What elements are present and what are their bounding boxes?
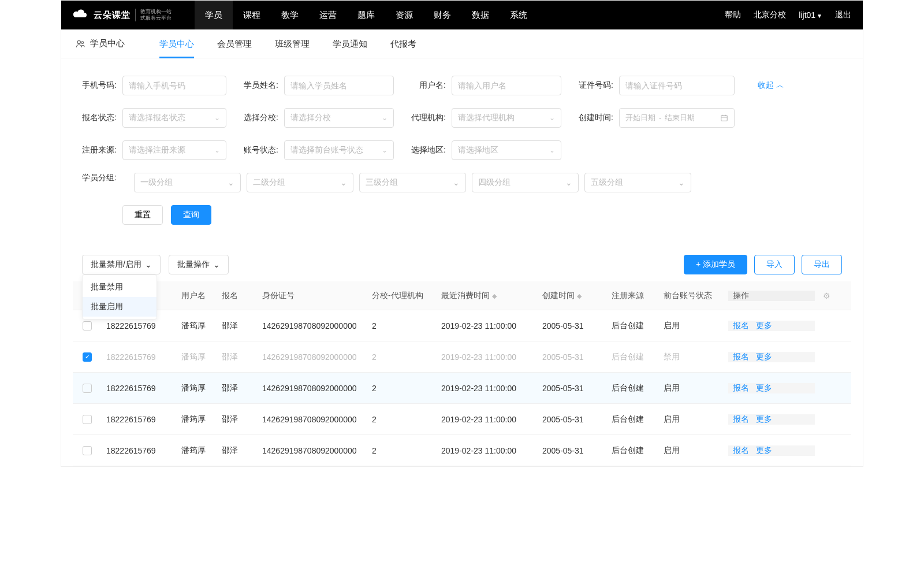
chevron-down-icon: ⌄ xyxy=(228,178,234,187)
topnav-item-5[interactable]: 资源 xyxy=(385,1,423,29)
group-select-4[interactable]: 四级分组⌄ xyxy=(472,173,579,192)
students-table: 用户名 报名 身份证号 分校-代理机构 最近消费时间◆ 创建时间◆ 注册来源 前… xyxy=(73,281,851,466)
add-student-button[interactable]: + 添加学员 xyxy=(684,255,747,274)
cell-branch: 2 xyxy=(367,384,437,393)
chevron-down-icon: ⌄ xyxy=(382,114,388,122)
calendar-icon xyxy=(720,114,728,122)
subnav-item-1[interactable]: 会员管理 xyxy=(217,29,252,58)
row-checkbox[interactable] xyxy=(83,384,92,393)
filter-form: 手机号码: 学员姓名: 用户名: 证件号码: 收起︿ 报名状态:请选择报名状态⌄… xyxy=(61,58,863,243)
import-button[interactable]: 导入 xyxy=(754,255,795,274)
row-reg-link[interactable]: 报名 xyxy=(733,383,749,392)
th-reg[interactable]: 报名 xyxy=(217,291,258,301)
cell-source: 后台创建 xyxy=(607,383,659,393)
th-branch[interactable]: 分校-代理机构 xyxy=(367,291,437,301)
phone-input[interactable] xyxy=(122,76,226,95)
cell-phone: 18222615769 xyxy=(102,352,177,362)
topnav-item-4[interactable]: 题库 xyxy=(347,1,385,29)
th-consume[interactable]: 最近消费时间◆ xyxy=(437,291,538,301)
row-checkbox[interactable]: ✓ xyxy=(83,352,92,362)
reg-source-label: 注册来源: xyxy=(82,145,117,155)
chevron-up-icon: ︿ xyxy=(776,80,784,91)
user-menu[interactable]: lijt01▼ xyxy=(799,10,822,20)
help-link[interactable]: 帮助 xyxy=(725,10,741,20)
cell-action: 报名更多 xyxy=(728,352,815,362)
topnav-item-7[interactable]: 数据 xyxy=(461,1,500,29)
th-status[interactable]: 前台账号状态 xyxy=(659,291,728,301)
cell-branch: 2 xyxy=(367,352,437,362)
logout-link[interactable]: 退出 xyxy=(835,10,851,20)
reset-button[interactable]: 重置 xyxy=(122,205,163,225)
gear-icon[interactable]: ⚙ xyxy=(823,291,830,300)
row-reg-link[interactable]: 报名 xyxy=(733,352,749,361)
row-more-link[interactable]: 更多 xyxy=(756,414,772,424)
row-reg-link[interactable]: 报名 xyxy=(733,321,749,330)
cell-user: 潘筠厚 xyxy=(177,383,217,393)
table-row: 18222615769潘筠厚邵泽142629198708092000000220… xyxy=(73,373,851,404)
table-row: 18222615769潘筠厚邵泽142629198708092000000220… xyxy=(73,435,851,466)
branch-select[interactable]: 请选择分校⌄ xyxy=(284,108,394,128)
row-more-link[interactable]: 更多 xyxy=(756,383,772,392)
agency-select[interactable]: 请选择代理机构⌄ xyxy=(452,108,561,128)
group-select-1[interactable]: 一级分组⌄ xyxy=(134,173,241,192)
group-select-3[interactable]: 三级分组⌄ xyxy=(359,173,466,192)
th-id[interactable]: 身份证号 xyxy=(258,291,367,301)
subnav-item-2[interactable]: 班级管理 xyxy=(275,29,310,58)
chevron-down-icon: ⌄ xyxy=(340,178,347,187)
branch-link[interactable]: 北京分校 xyxy=(754,10,786,20)
reg-source-select[interactable]: 请选择注册来源⌄ xyxy=(122,140,226,160)
th-source[interactable]: 注册来源 xyxy=(607,291,659,301)
collapse-toggle[interactable]: 收起︿ xyxy=(758,76,784,95)
cell-create: 2005-05-31 xyxy=(538,321,607,330)
topnav-item-1[interactable]: 课程 xyxy=(233,1,271,29)
row-reg-link[interactable]: 报名 xyxy=(733,445,749,455)
idno-input[interactable] xyxy=(619,76,735,95)
create-time-range[interactable]: 开始日期-结束日期 xyxy=(619,108,735,128)
cell-branch: 2 xyxy=(367,415,437,424)
bulk-toggle-dropdown[interactable]: 批量禁用/启用⌄ xyxy=(82,255,161,274)
cell-id: 142629198708092000000 xyxy=(258,415,367,424)
bulk-enable-item[interactable]: 批量启用 xyxy=(83,297,157,317)
cell-branch: 2 xyxy=(367,446,437,455)
row-more-link[interactable]: 更多 xyxy=(756,321,772,330)
export-button[interactable]: 导出 xyxy=(802,255,842,274)
row-more-link[interactable]: 更多 xyxy=(756,352,772,361)
subnav-item-3[interactable]: 学员通知 xyxy=(333,29,367,58)
create-time-label: 创建时间: xyxy=(579,113,613,123)
th-create[interactable]: 创建时间◆ xyxy=(538,291,607,301)
chevron-down-icon: ⌄ xyxy=(453,178,460,187)
idno-label: 证件号码: xyxy=(579,80,613,91)
topnav-item-0[interactable]: 学员 xyxy=(195,1,233,29)
row-checkbox[interactable] xyxy=(83,415,92,424)
branch-label: 选择分校: xyxy=(244,113,278,123)
th-action: 操作 xyxy=(728,291,815,301)
topnav-item-6[interactable]: 财务 xyxy=(423,1,461,29)
subnav-item-4[interactable]: 代报考 xyxy=(390,29,416,58)
row-more-link[interactable]: 更多 xyxy=(756,445,772,455)
bulk-op-dropdown[interactable]: 批量操作⌄ xyxy=(169,255,229,274)
cell-user: 潘筠厚 xyxy=(177,321,217,331)
reg-status-select[interactable]: 请选择报名状态⌄ xyxy=(122,108,226,128)
caret-down-icon: ▼ xyxy=(817,13,822,19)
subnav-item-0[interactable]: 学员中心 xyxy=(159,29,194,58)
cell-phone: 18222615769 xyxy=(102,446,177,455)
name-input[interactable] xyxy=(284,76,394,95)
acct-status-select[interactable]: 请选择前台账号状态⌄ xyxy=(284,140,394,160)
group-select-2[interactable]: 二级分组⌄ xyxy=(247,173,353,192)
logo[interactable]: 云朵课堂 教育机构一站式服务云平台 xyxy=(73,9,172,21)
topnav-item-8[interactable]: 系统 xyxy=(500,1,538,29)
query-button[interactable]: 查询 xyxy=(171,205,211,225)
row-checkbox[interactable] xyxy=(83,446,92,455)
sub-nav: 学员中心 学员中心会员管理班级管理学员通知代报考 xyxy=(61,29,863,58)
topnav-item-3[interactable]: 运营 xyxy=(309,1,347,29)
row-reg-link[interactable]: 报名 xyxy=(733,414,749,424)
row-checkbox[interactable] xyxy=(83,321,92,330)
th-username[interactable]: 用户名 xyxy=(177,291,217,301)
bulk-disable-item[interactable]: 批量禁用 xyxy=(83,277,157,297)
cell-consume: 2019-02-23 11:00:00 xyxy=(437,415,538,424)
region-select[interactable]: 请选择地区⌄ xyxy=(452,140,561,160)
group-select-5[interactable]: 五级分组⌄ xyxy=(584,173,691,192)
topnav-item-2[interactable]: 教学 xyxy=(271,1,309,29)
username-input[interactable] xyxy=(452,76,561,95)
cell-status: 启用 xyxy=(659,445,728,456)
